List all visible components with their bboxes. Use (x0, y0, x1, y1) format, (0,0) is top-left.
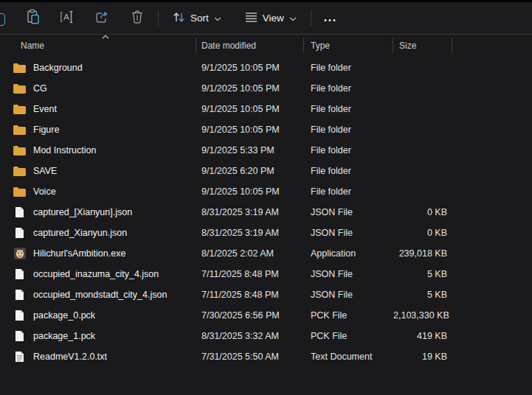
generic-file-icon (15, 310, 24, 321)
file-date-modified: 7/11/2025 8:48 PM (196, 290, 304, 300)
more-options-button[interactable] (319, 7, 341, 30)
file-row[interactable]: captured_Xianyun.json 8/31/2025 3:19 AM … (0, 223, 532, 243)
file-name-cell: CG (0, 83, 196, 95)
paste-button[interactable] (20, 7, 46, 30)
file-size: 0 KB (393, 207, 452, 217)
file-name: captured_Xianyun.json (33, 228, 127, 238)
file-name-cell: Voice (0, 186, 196, 198)
view-label: View (263, 13, 284, 24)
column-header-size[interactable]: Size (393, 35, 452, 56)
toolbar-separator (311, 10, 311, 27)
file-name: Hilichurl'sAmbition.exe (33, 248, 125, 259)
file-date-modified: 8/31/2025 3:19 AM (196, 207, 304, 217)
folder-icon (13, 83, 27, 94)
file-name: occupied_mondstadt_city_4.json (33, 290, 167, 300)
column-header-name[interactable]: Name (0, 35, 196, 56)
text-document-icon (15, 351, 24, 363)
file-name-cell: SAVE (0, 165, 196, 178)
file-date-modified: 7/31/2025 5:50 AM (196, 352, 304, 362)
more-ellipsis-icon (323, 12, 336, 25)
share-icon (95, 10, 111, 27)
file-size: 239,018 KB (393, 248, 452, 259)
file-name: ReadmeV1.2.0.txt (33, 352, 107, 362)
file-date-modified: 9/1/2025 10:05 PM (196, 125, 304, 135)
file-name-cell: Background (0, 62, 196, 74)
delete-button[interactable] (124, 7, 151, 30)
file-name-cell: package_1.pck (0, 330, 196, 343)
file-date-modified: 8/31/2025 3:19 AM (196, 228, 304, 238)
column-header-date-modified[interactable]: Date modified (196, 35, 304, 56)
file-name-cell: Figure (0, 124, 196, 136)
file-name-cell: ReadmeV1.2.0.txt (0, 351, 196, 363)
file-row[interactable]: captured_[Xianyun].json 8/31/2025 3:19 A… (0, 202, 532, 223)
file-name: Voice (33, 186, 56, 197)
file-type: File folder (304, 125, 393, 135)
view-button[interactable]: View (238, 7, 303, 30)
share-button[interactable] (89, 7, 116, 30)
file-date-modified: 8/31/2025 3:32 AM (196, 331, 304, 341)
file-name-cell: captured_Xianyun.json (0, 227, 196, 240)
file-name: Background (33, 63, 83, 73)
folder-icon (13, 145, 27, 156)
file-row[interactable]: Hilichurl'sAmbition.exe 8/1/2025 2:02 AM… (0, 243, 532, 264)
file-type: PCK File (304, 310, 393, 321)
hilichurl-mask-app-icon (14, 248, 26, 259)
file-date-modified: 9/1/2025 10:05 PM (196, 186, 304, 197)
file-name-cell: Hilichurl'sAmbition.exe (0, 248, 196, 260)
column-header-blank (452, 35, 532, 56)
sort-button[interactable]: Sort (166, 7, 228, 30)
file-name-cell: occupied_mondstadt_city_4.json (0, 289, 196, 301)
folder-icon (13, 186, 27, 198)
file-row[interactable]: occupied_mondstadt_city_4.json 7/11/2025… (0, 284, 532, 305)
file-date-modified: 9/1/2025 6:20 PM (196, 166, 304, 176)
file-size: 2,103,330 KB (393, 310, 452, 321)
file-name-cell: Event (0, 103, 196, 116)
chevron-down-icon (289, 13, 297, 24)
file-name-cell: captured_[Xianyun].json (0, 206, 196, 219)
file-name: CG (33, 83, 47, 94)
folder-icon (13, 166, 27, 177)
explorer-toolbar: A (0, 0, 532, 35)
file-row[interactable]: Event 9/1/2025 10:05 PM File folder (0, 99, 532, 119)
folder-icon (13, 63, 27, 74)
file-row[interactable]: Mod Instruction 9/1/2025 5:33 PM File fo… (0, 140, 532, 161)
file-type: File folder (304, 83, 393, 94)
file-list: Background 9/1/2025 10:05 PM File folder… (0, 57, 532, 367)
file-size: 5 KB (393, 269, 452, 279)
file-size: 419 KB (393, 331, 452, 341)
file-type: File folder (304, 63, 393, 73)
file-type: JSON File (304, 228, 393, 238)
file-date-modified: 9/1/2025 10:05 PM (196, 63, 304, 73)
sort-label: Sort (190, 13, 209, 24)
file-name: Mod Instruction (33, 145, 96, 155)
rename-button[interactable]: A (55, 7, 81, 30)
file-type: JSON File (304, 207, 393, 217)
file-type: Application (304, 248, 393, 259)
generic-file-icon (15, 268, 24, 280)
svg-text:A: A (63, 13, 69, 21)
file-row[interactable]: ReadmeV1.2.0.txt 7/31/2025 5:50 AM Text … (0, 346, 532, 367)
column-header-type[interactable]: Type (304, 35, 393, 56)
file-row[interactable]: CG 9/1/2025 10:05 PM File folder (0, 78, 532, 99)
file-type: Text Document (304, 352, 393, 362)
file-name: package_1.pck (33, 331, 95, 341)
file-row[interactable]: package_0.pck 7/30/2025 6:56 PM PCK File… (0, 305, 532, 326)
file-name: occupied_inazuma_city_4.json (33, 269, 159, 279)
generic-file-icon (15, 330, 24, 342)
file-row[interactable]: Background 9/1/2025 10:05 PM File folder (0, 57, 532, 78)
file-date-modified: 9/1/2025 10:05 PM (196, 83, 304, 94)
generic-file-icon (15, 289, 24, 301)
generic-file-icon (15, 206, 24, 218)
file-type: JSON File (304, 290, 393, 300)
file-row[interactable]: Figure 9/1/2025 10:05 PM File folder (0, 119, 532, 140)
file-name-cell: package_0.pck (0, 310, 196, 322)
file-type: File folder (304, 186, 393, 197)
clipboard-partial-icon[interactable] (0, 13, 5, 26)
file-row[interactable]: SAVE 9/1/2025 6:20 PM File folder (0, 161, 532, 181)
toolbar-separator (158, 10, 159, 27)
file-row[interactable]: Voice 9/1/2025 10:05 PM File folder (0, 181, 532, 202)
file-type: PCK File (304, 331, 393, 341)
file-name-cell: Mod Instruction (0, 144, 196, 157)
file-row[interactable]: package_1.pck 8/31/2025 3:32 AM PCK File… (0, 326, 532, 346)
file-row[interactable]: occupied_inazuma_city_4.json 7/11/2025 8… (0, 264, 532, 284)
